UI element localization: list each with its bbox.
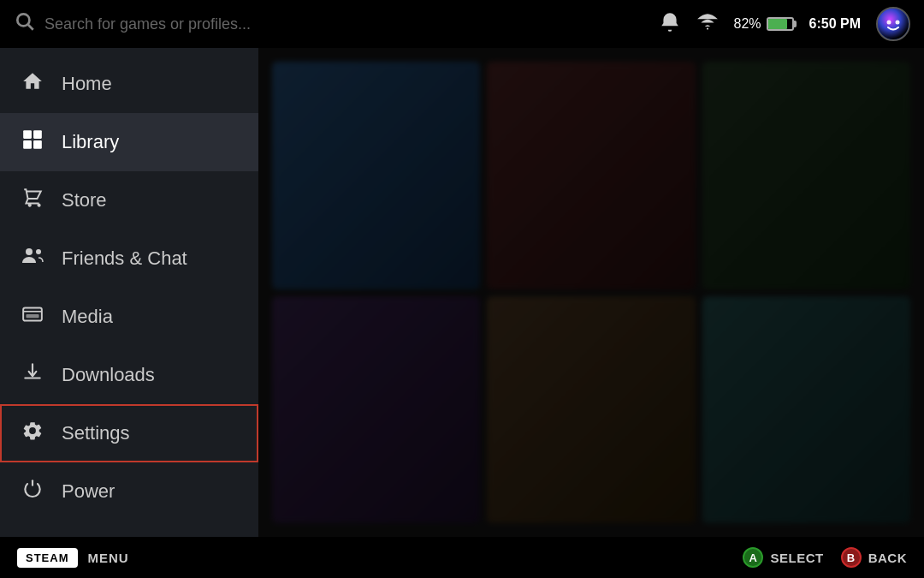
game-card — [487, 62, 695, 289]
sidebar-item-home-label: Home — [62, 73, 112, 95]
svg-rect-12 — [26, 314, 38, 318]
clock: 6:50 PM — [809, 16, 861, 32]
home-icon — [21, 70, 44, 98]
sidebar-item-downloads-label: Downloads — [62, 364, 155, 386]
sidebar-item-settings[interactable]: Settings — [0, 404, 258, 462]
svg-rect-5 — [23, 130, 32, 139]
a-button-circle: A — [743, 547, 763, 568]
back-label: BACK — [868, 551, 907, 565]
svg-point-10 — [36, 249, 41, 254]
content-area — [258, 48, 924, 537]
game-grid — [258, 48, 924, 537]
sidebar-item-store[interactable]: Store — [0, 171, 258, 229]
sidebar-item-settings-label: Settings — [62, 422, 130, 444]
sidebar: Home Library Store — [0, 48, 258, 537]
friends-icon — [21, 245, 44, 272]
topbar-right: 82% 6:50 PM — [659, 7, 911, 41]
back-button[interactable]: B BACK — [841, 547, 907, 568]
game-card — [487, 296, 695, 524]
sidebar-item-downloads[interactable]: Downloads — [0, 346, 258, 404]
sidebar-item-media-label: Media — [62, 306, 113, 328]
search-area[interactable]: Search for games or profiles... — [14, 10, 659, 38]
sidebar-item-library-label: Library — [62, 131, 119, 153]
svg-point-9 — [26, 248, 33, 255]
store-icon — [21, 187, 44, 214]
game-card — [702, 62, 910, 289]
svg-line-1 — [28, 25, 33, 30]
sidebar-item-friends[interactable]: Friends & Chat — [0, 229, 258, 288]
avatar[interactable] — [876, 7, 910, 41]
svg-rect-7 — [23, 140, 32, 149]
b-button-label: B — [847, 551, 856, 564]
downloads-icon — [21, 361, 44, 389]
game-card — [272, 296, 480, 524]
library-icon — [21, 128, 44, 156]
svg-point-3 — [887, 21, 891, 25]
topbar: Search for games or profiles... 82% 6:50… — [0, 0, 924, 48]
bottombar: STEAM MENU A SELECT B BACK — [0, 537, 924, 578]
sidebar-item-store-label: Store — [62, 189, 107, 212]
bottombar-left: STEAM MENU — [17, 548, 129, 568]
sidebar-item-home[interactable]: Home — [0, 55, 258, 113]
search-placeholder: Search for games or profiles... — [44, 15, 251, 33]
game-card — [272, 62, 480, 289]
menu-label: MENU — [88, 551, 129, 565]
select-label: SELECT — [770, 551, 823, 565]
media-icon — [21, 303, 44, 331]
svg-point-0 — [17, 14, 29, 26]
search-icon — [14, 10, 36, 38]
sidebar-item-power[interactable]: Power — [0, 462, 258, 521]
svg-rect-8 — [33, 140, 42, 149]
wifi-icon — [696, 11, 719, 38]
svg-point-2 — [878, 9, 909, 39]
battery-indicator: 82% — [734, 16, 794, 32]
power-icon — [21, 478, 44, 505]
sidebar-item-library[interactable]: Library — [0, 113, 258, 171]
select-button[interactable]: A SELECT — [743, 547, 823, 568]
bottombar-right: A SELECT B BACK — [743, 547, 907, 568]
sidebar-item-friends-label: Friends & Chat — [62, 247, 187, 270]
svg-rect-6 — [33, 130, 42, 139]
notification-icon[interactable] — [659, 11, 681, 38]
svg-point-4 — [896, 21, 900, 25]
game-card — [702, 296, 910, 524]
main-layout: Home Library Store — [0, 48, 924, 537]
battery-fill — [768, 19, 787, 29]
battery-percent: 82% — [734, 16, 761, 32]
a-button-label: A — [749, 551, 758, 564]
sidebar-item-media[interactable]: Media — [0, 288, 258, 346]
battery-bar — [767, 17, 794, 31]
b-button-circle: B — [841, 547, 862, 568]
settings-icon — [21, 420, 44, 447]
steam-button[interactable]: STEAM — [17, 548, 78, 568]
sidebar-item-power-label: Power — [62, 480, 115, 503]
